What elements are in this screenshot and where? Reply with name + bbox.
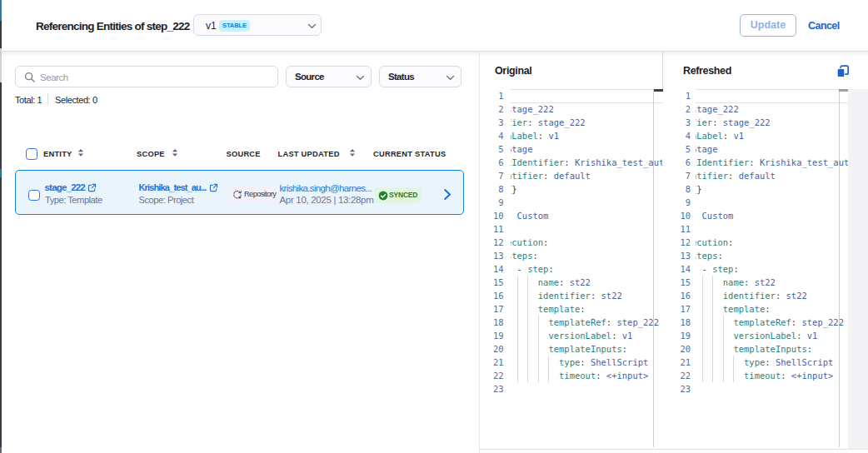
code-line: name: st22	[696, 276, 848, 289]
line-number: 12	[479, 236, 504, 249]
line-number: 18	[664, 316, 691, 329]
indent-guide	[702, 356, 703, 369]
search-input[interactable]: Search	[15, 66, 278, 87]
source-filter-label: Source	[295, 72, 324, 82]
code-line: execution:	[696, 236, 848, 249]
indent-guide	[538, 329, 539, 342]
column-header-entity[interactable]: ENTITY	[43, 150, 72, 158]
code-pane-refreshed[interactable]: template: name: stage_222 identifier: st…	[696, 89, 848, 447]
code-line: steps:	[511, 249, 662, 262]
column-header-source: SOURCE	[227, 150, 261, 158]
indent-guide	[723, 316, 724, 329]
external-link-icon[interactable]	[209, 183, 218, 192]
line-number: 21	[479, 356, 504, 369]
sort-icon[interactable]	[172, 148, 178, 157]
line-number: 13	[664, 249, 691, 262]
search-icon	[24, 72, 36, 83]
underlying-page-edge	[0, 447, 2, 453]
line-number: 17	[664, 302, 691, 316]
line-number: 20	[664, 342, 691, 356]
search-placeholder: Search	[40, 72, 68, 82]
code-line: identifier: stage_222	[696, 116, 848, 129]
line-number: 21	[664, 356, 691, 369]
status-filter-dropdown[interactable]: Status	[379, 66, 461, 87]
cancel-button[interactable]: Cancel	[808, 20, 840, 32]
code-line: type: Stage	[696, 142, 848, 156]
underlying-page-edge	[0, 177, 2, 447]
scope-level: Scope: Project	[139, 195, 194, 205]
code-line: identifier: stage_222	[511, 116, 662, 129]
table-row[interactable]: stage_222 Type: Template Krishika_test_a…	[15, 170, 464, 215]
version-value: v1	[206, 20, 217, 32]
external-link-icon[interactable]	[87, 183, 97, 192]
code-line: projectIdentifier: Krishika_test_automat…	[696, 156, 848, 169]
chevron-down-icon	[446, 75, 455, 81]
indent-guide	[702, 302, 703, 316]
column-header-scope[interactable]: SCOPE	[137, 150, 165, 158]
code-line: type: ShellScript	[696, 356, 848, 369]
indent-guide	[702, 316, 703, 329]
line-number: 8	[479, 182, 504, 196]
indent-guide	[548, 369, 549, 382]
indent-guide	[712, 302, 713, 316]
scrollbar-strip[interactable]	[848, 89, 868, 449]
code-line: timeout: <+input>	[511, 369, 662, 382]
indent-guide	[712, 356, 713, 369]
entity-link[interactable]: stage_222	[45, 182, 85, 192]
refreshed-pane-title: Refreshed	[683, 65, 731, 77]
chevron-right-icon[interactable]	[443, 188, 451, 201]
page-title: Referencing Entities of step_222	[36, 20, 190, 32]
code-line: template:	[696, 89, 848, 102]
underlying-page-edge	[0, 82, 2, 169]
indent-guide	[712, 329, 713, 342]
indent-guide	[527, 289, 528, 302]
total-count: Total: 1	[15, 95, 42, 105]
indent-guide	[723, 356, 724, 369]
code-line: - step:	[696, 262, 848, 276]
chevron-down-icon	[356, 75, 365, 81]
indent-guide	[527, 302, 528, 316]
code-line: templateInputs:	[696, 342, 848, 356]
column-header-last-updated[interactable]: LAST UPDATED	[278, 150, 340, 158]
line-number: 4	[664, 129, 691, 142]
source-filter-dropdown[interactable]: Source	[286, 66, 372, 87]
line-number: 16	[479, 289, 504, 302]
row-checkbox[interactable]	[28, 190, 40, 202]
update-button[interactable]: Update	[740, 14, 796, 37]
line-number: 14	[479, 262, 504, 276]
scope-link[interactable]: Krishika_test_au...	[139, 182, 207, 192]
line-number: 9	[479, 196, 504, 209]
sort-icon[interactable]	[77, 148, 84, 157]
indent-guide	[527, 369, 528, 382]
indent-guide	[723, 329, 724, 342]
code-line: orgIdentifier: default	[511, 169, 662, 182]
line-number: 2	[479, 102, 504, 116]
indent-guide	[723, 342, 724, 356]
line-number: 19	[664, 329, 691, 342]
version-select[interactable]: v1 STABLE	[193, 14, 322, 36]
line-numbers-refreshed: 1234567891011121314151617181920212223	[664, 89, 691, 447]
code-line: templateInputs:	[511, 342, 662, 356]
totals-separator	[47, 93, 48, 105]
source-badge: Repository	[227, 186, 278, 203]
status-badge-label: SYNCED	[389, 191, 417, 199]
code-line: identifier: st22	[511, 289, 662, 302]
code-line: projectIdentifier: Krishika_test_automat…	[511, 156, 662, 169]
code-line: templateRef: step_222	[511, 316, 662, 329]
line-number: 11	[664, 222, 691, 236]
column-header-current-status: CURRENT STATUS	[373, 150, 446, 158]
indent-guide	[538, 369, 539, 382]
indent-guide	[702, 329, 703, 342]
copy-icon[interactable]	[836, 64, 851, 79]
code-line: type: Stage	[511, 142, 662, 156]
select-all-checkbox[interactable]	[26, 148, 37, 160]
line-number: 22	[664, 369, 691, 382]
sort-icon[interactable]	[349, 148, 356, 157]
code-pane-original[interactable]: template: name: stage_222 identifier: st…	[511, 89, 662, 447]
line-number: 5	[664, 142, 691, 156]
code-line: orgIdentifier: default	[696, 169, 848, 182]
original-pane-title: Original	[495, 65, 531, 77]
indent-guide	[517, 302, 518, 316]
line-number: 1	[479, 89, 504, 102]
stable-badge: STABLE	[219, 20, 250, 32]
